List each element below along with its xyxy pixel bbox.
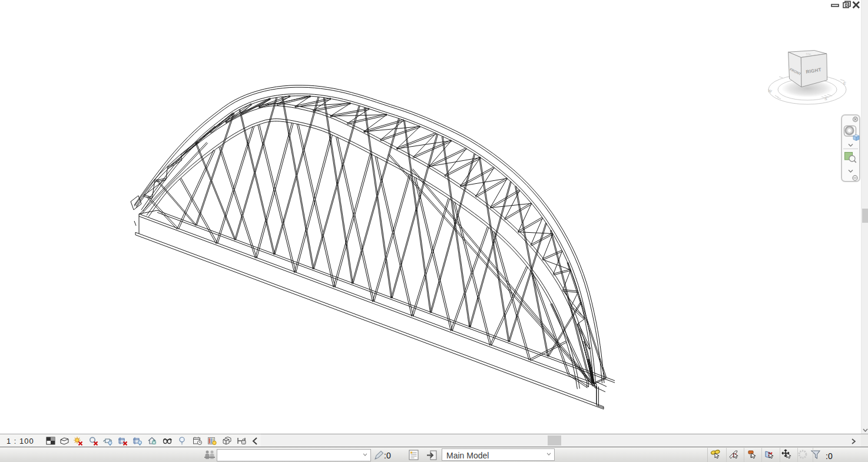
svg-text:S: S — [824, 97, 828, 101]
svg-text:W: W — [767, 88, 772, 93]
svg-text:E: E — [843, 81, 847, 85]
